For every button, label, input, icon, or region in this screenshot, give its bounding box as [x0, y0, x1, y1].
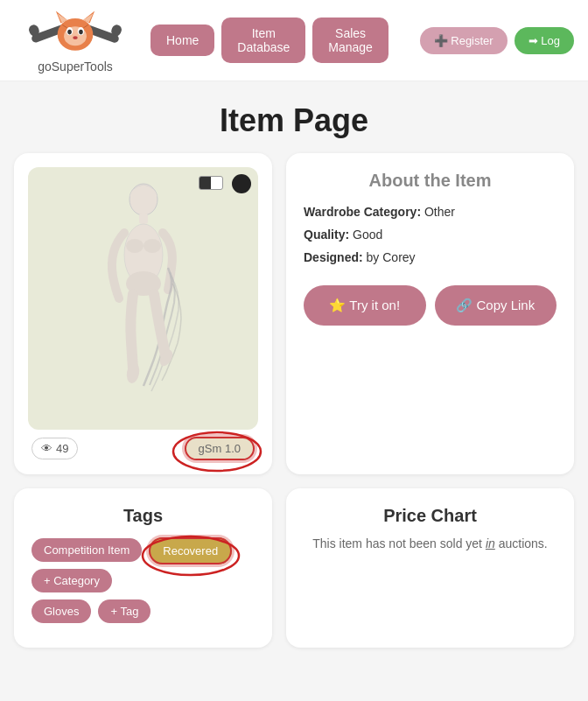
svg-point-21 — [144, 239, 161, 253]
tags-row-3: Gloves + Tag — [32, 599, 255, 623]
page-title: Item Page — [14, 102, 574, 139]
tag-recovered-container: Recovered — [149, 543, 232, 558]
tag-add[interactable]: + Tag — [98, 599, 150, 623]
copy-link-button[interactable]: 🔗 Copy Link — [435, 285, 557, 326]
price-chart-panel: Price Chart This item has not been sold … — [286, 488, 574, 648]
header: goSuperTools Home ItemDatabase SalesMana… — [0, 0, 588, 81]
login-button[interactable]: ➡ Log — [514, 27, 574, 54]
price-chart-title: Price Chart — [304, 506, 556, 526]
mannequin-figure — [91, 180, 196, 417]
price-note-em: in — [486, 536, 495, 550]
price-note-post: auctions. — [495, 536, 548, 550]
bottom-row: Tags Competition Item Recovered + Catego… — [0, 488, 588, 665]
quality-value: Good — [353, 228, 382, 242]
quality-row: Quality: Good — [304, 228, 556, 242]
eye-icon: 👁 — [41, 442, 52, 455]
tag-competition-item[interactable]: Competition Item — [32, 538, 142, 562]
tags-title: Tags — [32, 506, 255, 526]
designed-row: Designed: by Corey — [304, 250, 556, 264]
svg-point-13 — [79, 30, 83, 35]
wardrobe-label: Wardrobe Category: — [304, 205, 421, 219]
views-badge: 👁 49 — [32, 438, 78, 459]
svg-rect-18 — [139, 214, 148, 224]
logo-area: goSuperTools — [14, 7, 136, 74]
nav-item-database[interactable]: ItemDatabase — [221, 18, 305, 63]
try-it-on-button[interactable]: ⭐ Try it on! — [304, 285, 426, 326]
nav-home[interactable]: Home — [150, 25, 214, 56]
about-title: About the Item — [304, 171, 556, 191]
about-panel: About the Item Wardrobe Category: Other … — [286, 153, 574, 474]
designed-label: Designed: — [304, 250, 363, 264]
gsm-badge-container: gSm 1.0 — [185, 437, 255, 460]
logo-image — [23, 7, 128, 60]
price-chart-note: This item has not been sold yet in aucti… — [304, 536, 556, 550]
item-card: 👁 49 gSm 1.0 — [14, 153, 272, 474]
svg-point-14 — [73, 36, 78, 39]
preview-footer: 👁 49 gSm 1.0 — [28, 437, 258, 460]
tag-recovered[interactable]: Recovered — [149, 537, 232, 564]
svg-point-12 — [67, 30, 72, 35]
item-preview — [28, 167, 258, 430]
action-buttons: ⭐ Try it on! 🔗 Copy Link — [304, 285, 556, 326]
header-right: ➕ Register ➡ Log — [420, 27, 574, 54]
tag-add-category[interactable]: + Category — [32, 569, 112, 592]
nav-area: Home ItemDatabase SalesManage — [150, 18, 406, 63]
register-button[interactable]: ➕ Register — [420, 27, 508, 54]
nav-sales-manage[interactable]: SalesManage — [312, 18, 388, 63]
svg-point-20 — [126, 239, 144, 253]
price-note-pre: This item has not been sold yet — [312, 536, 486, 550]
color-circle-icon[interactable] — [232, 174, 251, 193]
tags-panel: Tags Competition Item Recovered + Catego… — [14, 488, 272, 648]
designed-value: by Corey — [367, 250, 416, 264]
tags-row-2: + Category — [32, 569, 255, 592]
main-content: 👁 49 gSm 1.0 About the Item Wardrobe Cat… — [0, 153, 588, 488]
views-count: 49 — [56, 442, 68, 455]
tags-row-1: Competition Item Recovered — [32, 538, 255, 562]
quality-label: Quality: — [304, 228, 349, 242]
logo-text: goSuperTools — [38, 60, 113, 74]
tag-gloves[interactable]: Gloves — [32, 599, 91, 623]
wardrobe-row: Wardrobe Category: Other — [304, 205, 556, 219]
toggle-icon[interactable] — [199, 176, 223, 190]
page-title-area: Item Page — [0, 81, 588, 153]
gsm-badge: gSm 1.0 — [185, 437, 255, 460]
wardrobe-value: Other — [424, 205, 455, 219]
